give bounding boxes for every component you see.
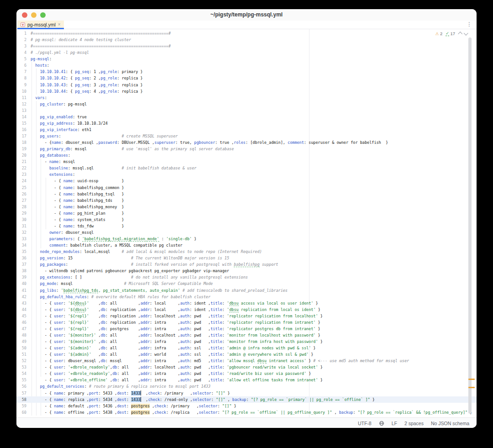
close-tab-icon[interactable]: × bbox=[58, 22, 61, 27]
code-line[interactable]: 40 pg_mode: mssql # Microsoft SQL Server… bbox=[16, 280, 477, 287]
line-number: 44 bbox=[16, 306, 26, 313]
code-line[interactable]: 6 hosts: bbox=[16, 62, 477, 69]
code-line[interactable]: 10 10.10.10.44: { pg_seq: 4 ,pg_role: re… bbox=[16, 88, 477, 95]
code-line[interactable]: 38 - wiltondb sqlcmd patroni pgbouncer p… bbox=[16, 268, 477, 274]
code-line[interactable]: 22 baseline: mssql.sql # init babelfish … bbox=[16, 165, 477, 171]
code-line[interactable]: 16 pg_vip_interface: eth1 bbox=[16, 126, 477, 133]
code-line[interactable]: 59 - { name: default ,port: 5436 ,dest: … bbox=[16, 403, 477, 409]
code-line[interactable]: 2# pg-mssql: dedicate 4 node testing clu… bbox=[16, 37, 477, 43]
line-number: 28 bbox=[16, 204, 26, 210]
code-line[interactable]: 49 - { user: '${monitor}' ,db: all ,addr… bbox=[16, 338, 477, 345]
code-line[interactable]: 48 - { user: '${monitor}' ,db: all ,addr… bbox=[16, 332, 477, 338]
code-line[interactable]: 34 comment: babelfish cluster, a MSSQL c… bbox=[16, 242, 477, 248]
inspections-widget[interactable]: ⚠ 2 ✓ 17 bbox=[434, 31, 469, 37]
code-line[interactable]: 55 - { user: '+dbrole_offline' ,db: all … bbox=[16, 377, 477, 383]
line-number: 14 bbox=[16, 114, 26, 120]
code-line[interactable]: 15 pg_vip_address: 10.10.10.3/24 bbox=[16, 120, 477, 126]
code-line[interactable]: 46 - { user: '${repl}' ,db: replication … bbox=[16, 319, 477, 326]
line-number: 3 bbox=[16, 43, 26, 49]
code-line[interactable]: 5pg-mssql: bbox=[16, 56, 477, 62]
warning-stripe-mark[interactable] bbox=[468, 379, 475, 380]
line-number: 34 bbox=[16, 242, 26, 248]
code-line[interactable]: 41 pg_libs: 'babelfishpg_tds, pg_stat_st… bbox=[16, 287, 477, 294]
line-number: 51 bbox=[16, 351, 26, 358]
code-line[interactable]: 26 - { name: babelfishpg_tsql } bbox=[16, 191, 477, 197]
code-line[interactable]: 1#======================================… bbox=[16, 30, 477, 37]
code-line[interactable]: 33 parameters: { 'babelfishpg_tsql.migra… bbox=[16, 236, 477, 242]
line-number: 27 bbox=[16, 197, 26, 204]
code-line[interactable]: 7 10.10.10.41: { pg_seq: 1 ,pg_role: pri… bbox=[16, 69, 477, 75]
line-number: 20 bbox=[16, 152, 26, 158]
warning-icon: ⚠ bbox=[435, 32, 439, 36]
tab-pg-mssql-yml[interactable]: Y pg-mssql.yml × bbox=[17, 21, 64, 29]
code-line[interactable]: 43 - { user: '${dbsu}' ,db: all ,addr: l… bbox=[16, 300, 477, 306]
previous-problem-chevron-up-icon[interactable] bbox=[458, 32, 462, 36]
code-line[interactable]: 56 pg_default_services: # route primary … bbox=[16, 383, 477, 390]
line-number: 31 bbox=[16, 223, 26, 229]
line-number: 38 bbox=[16, 268, 26, 274]
code-line[interactable]: 24 - { name: uuid-ossp } bbox=[16, 178, 477, 184]
code-line[interactable]: 8 10.10.10.42: { pg_seq: 2 ,pg_role: rep… bbox=[16, 75, 477, 81]
line-number: 17 bbox=[16, 133, 26, 139]
next-problem-chevron-down-icon[interactable] bbox=[464, 31, 468, 36]
warning-stripe-mark[interactable] bbox=[468, 387, 475, 388]
typos-count: 17 bbox=[450, 31, 455, 36]
line-number: 53 bbox=[16, 364, 26, 370]
code-line[interactable]: 31 - { name: tds_fdw } bbox=[16, 223, 477, 229]
code-line[interactable]: 58 - { name: replica ,port: 5434 ,dest: … bbox=[16, 396, 477, 403]
scrollbar-thumb[interactable] bbox=[468, 37, 472, 414]
code-editor[interactable]: 1#======================================… bbox=[16, 29, 477, 417]
code-line[interactable]: 25 - { name: babelfishpg_common } bbox=[16, 184, 477, 191]
code-line[interactable]: 12 pg_cluster: pg-mssql bbox=[16, 101, 477, 107]
line-number: 59 bbox=[16, 403, 26, 409]
line-number: 13 bbox=[16, 107, 26, 114]
code-line[interactable]: 13 bbox=[16, 107, 477, 114]
code-line[interactable]: 52 - { user: dbuser_mssql ,db: mssql ,ad… bbox=[16, 358, 477, 364]
code-lines: 1#======================================… bbox=[16, 30, 477, 416]
code-line[interactable]: 4# ./pgsql.yml -l pg-mssql bbox=[16, 49, 477, 56]
code-line[interactable]: 57 - { name: primary ,port: 5433 ,dest: … bbox=[16, 390, 477, 396]
encoding-status[interactable]: UTF-8 bbox=[358, 421, 372, 426]
typos-badge[interactable]: ✓ 17 bbox=[446, 31, 455, 36]
line-number: 2 bbox=[16, 37, 26, 43]
code-line[interactable]: 50 - { user: '${admin}' ,db: all ,addr: … bbox=[16, 345, 477, 351]
ide-window: ~/pigsty/temp/pg-mssql.yml Y pg-mssql.ym… bbox=[16, 9, 477, 428]
code-line[interactable]: 51 - { user: '${admin}' ,db: all ,addr: … bbox=[16, 351, 477, 358]
indent-status[interactable]: 2 spaces bbox=[404, 421, 424, 426]
schema-status[interactable]: No JSON schema bbox=[431, 421, 469, 426]
code-line[interactable]: 30 - { name: system_stats } bbox=[16, 216, 477, 223]
code-line[interactable]: 60 - { name: offline ,port: 5438 ,dest: … bbox=[16, 409, 477, 416]
warnings-badge[interactable]: ⚠ 2 bbox=[435, 31, 442, 36]
code-line[interactable]: 3#======================================… bbox=[16, 43, 477, 49]
code-line[interactable]: 53 - { user: '+dbrole_readonly',db: all … bbox=[16, 364, 477, 370]
code-line[interactable]: 21 - name: mssql bbox=[16, 158, 477, 165]
line-number: 57 bbox=[16, 390, 26, 396]
code-line[interactable]: 39 pg_extensions: [ ] # do not install a… bbox=[16, 274, 477, 280]
line-separator-status[interactable]: LF bbox=[392, 421, 397, 426]
code-line[interactable]: 54 - { user: '+dbrole_readonly',db: all … bbox=[16, 370, 477, 377]
line-number: 26 bbox=[16, 191, 26, 197]
line-number: 39 bbox=[16, 274, 26, 280]
code-line[interactable]: 27 - { name: babelfishpg_tds } bbox=[16, 197, 477, 204]
code-line[interactable]: 37 pg_packages: # install forked version… bbox=[16, 261, 477, 268]
code-line[interactable]: 42 pg_default_hba_rules: # overwrite def… bbox=[16, 294, 477, 300]
code-line[interactable]: 18 - {name: dbuser_mssql ,password: DBUs… bbox=[16, 139, 477, 146]
code-line[interactable]: 28 - { name: babelfishpg_money } bbox=[16, 204, 477, 210]
code-line[interactable]: 44 - { user: '${dbsu}' ,db: replication … bbox=[16, 306, 477, 313]
code-line[interactable]: 14 pg_vip_enabled: true bbox=[16, 114, 477, 120]
code-line[interactable]: 20 pg_databases: bbox=[16, 152, 477, 158]
code-line[interactable]: 17 pg_users: # create MSSQL superuser bbox=[16, 133, 477, 139]
more-options-icon[interactable]: ⋮ bbox=[467, 21, 472, 27]
globe-icon[interactable] bbox=[379, 421, 384, 426]
code-line[interactable]: 36 pg_version: 15 # The current WiltonDB… bbox=[16, 255, 477, 261]
code-line[interactable]: 29 - { name: pg_hint_plan } bbox=[16, 210, 477, 216]
code-line[interactable]: 32 owner: dbuser_mssql bbox=[16, 229, 477, 236]
code-line[interactable]: 19 pg_primary_db: mssql # use 'mssql' as… bbox=[16, 146, 477, 152]
line-number: 22 bbox=[16, 165, 26, 171]
code-line[interactable]: 45 - { user: '${repl}' ,db: replication … bbox=[16, 313, 477, 319]
code-line[interactable]: 47 - { user: '${repl}' ,db: postgres ,ad… bbox=[16, 326, 477, 332]
code-line[interactable]: 35 node_repo_modules: local,mssql # add … bbox=[16, 248, 477, 255]
code-line[interactable]: 9 10.10.10.43: { pg_seq: 3 ,pg_role: rep… bbox=[16, 82, 477, 88]
code-line[interactable]: 11 vars: bbox=[16, 95, 477, 101]
code-line[interactable]: 23 extensions: bbox=[16, 171, 477, 178]
